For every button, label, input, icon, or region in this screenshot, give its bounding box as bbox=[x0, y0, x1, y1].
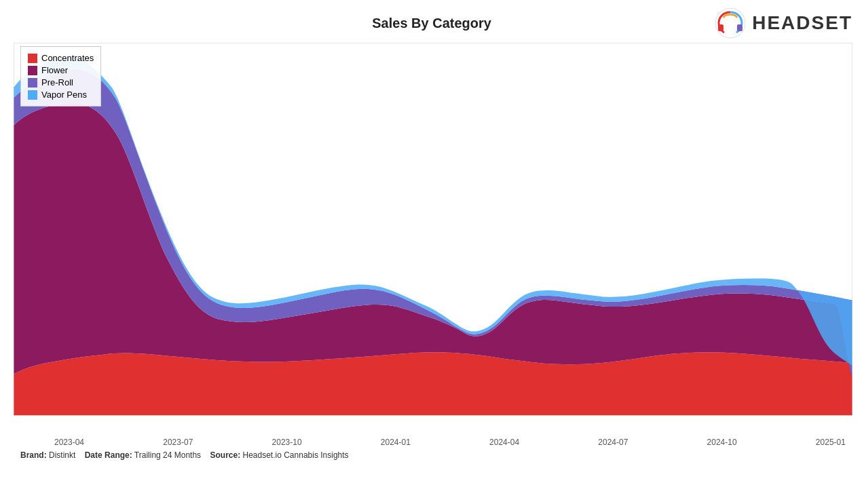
preroll-label: Pre-Roll bbox=[41, 77, 73, 88]
svg-rect-1 bbox=[718, 24, 723, 31]
x-label-7: 2025-01 bbox=[816, 438, 846, 447]
daterange-value: Trailing 24 Months bbox=[134, 450, 201, 460]
x-label-6: 2024-10 bbox=[707, 438, 737, 447]
header: Sales By Category HEADSET bbox=[0, 0, 866, 43]
concentrates-color bbox=[28, 54, 37, 63]
headset-logo-icon bbox=[714, 7, 747, 39]
logo-area: HEADSET bbox=[714, 7, 852, 39]
source-label: Source: bbox=[210, 450, 240, 460]
daterange-label: Date Range: bbox=[85, 450, 132, 460]
vaporpens-label: Vapor Pens bbox=[41, 90, 87, 100]
brand-value: Distinkt bbox=[49, 450, 75, 460]
page-container: Sales By Category HEADSET Con bbox=[0, 0, 866, 504]
x-label-5: 2024-07 bbox=[598, 438, 628, 447]
chart-legend: Concentrates Flower Pre-Roll Vapor Pens bbox=[20, 46, 101, 106]
legend-item-concentrates: Concentrates bbox=[28, 53, 94, 63]
x-label-1: 2023-07 bbox=[163, 438, 193, 447]
concentrates-label: Concentrates bbox=[41, 53, 94, 63]
x-axis-labels: 2023-04 2023-07 2023-10 2024-01 2024-04 … bbox=[0, 438, 866, 447]
footer: Brand: Distinkt Date Range: Trailing 24 … bbox=[0, 447, 866, 463]
flower-color bbox=[28, 66, 37, 75]
chart-area: Concentrates Flower Pre-Roll Vapor Pens bbox=[14, 43, 852, 436]
svg-rect-2 bbox=[737, 24, 742, 31]
vaporpens-color bbox=[28, 90, 37, 100]
source-value: Headset.io Cannabis Insights bbox=[243, 450, 349, 460]
page-title: Sales By Category bbox=[149, 16, 714, 31]
chart-svg bbox=[14, 43, 852, 436]
brand-label: Brand: bbox=[20, 450, 47, 460]
legend-item-preroll: Pre-Roll bbox=[28, 77, 94, 88]
logo-text: HEADSET bbox=[752, 12, 852, 34]
x-label-3: 2024-01 bbox=[381, 438, 411, 447]
flower-label: Flower bbox=[41, 65, 68, 75]
x-label-4: 2024-04 bbox=[489, 438, 519, 447]
legend-item-flower: Flower bbox=[28, 65, 94, 75]
legend-item-vaporpens: Vapor Pens bbox=[28, 90, 94, 100]
preroll-color bbox=[28, 78, 37, 88]
x-label-2: 2023-10 bbox=[272, 438, 302, 447]
x-label-0: 2023-04 bbox=[54, 438, 84, 447]
